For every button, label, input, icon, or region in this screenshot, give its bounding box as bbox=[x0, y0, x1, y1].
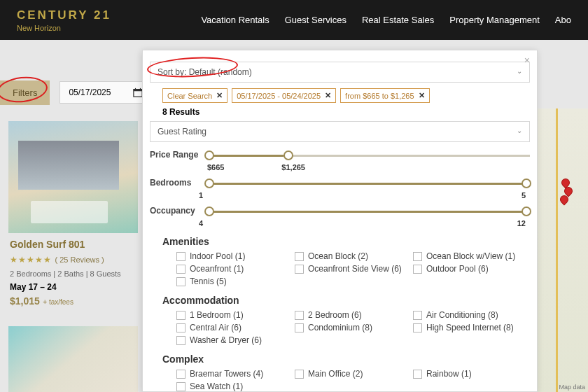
amenity-option[interactable]: Oceanfront Side View (6) bbox=[295, 264, 406, 274]
nav-real-estate-sales[interactable]: Real Estate Sales bbox=[362, 15, 434, 25]
bedrooms-min-value: 1 bbox=[199, 191, 203, 200]
price-max-value: $1,265 bbox=[281, 163, 305, 172]
occupancy-max-handle[interactable] bbox=[522, 206, 531, 216]
checkbox-icon[interactable] bbox=[413, 323, 422, 332]
checkbox-icon[interactable] bbox=[176, 336, 186, 345]
guest-rating-dropdown[interactable]: Guest Rating ⌄ bbox=[150, 121, 530, 142]
brand: CENTURY 21 New Horizon bbox=[17, 8, 111, 32]
checkbox-icon[interactable] bbox=[295, 370, 304, 379]
bedrooms-max-handle[interactable] bbox=[522, 178, 531, 188]
amenities-grid: Indoor Pool (1) Ocean Block (2) Ocean Bl… bbox=[176, 251, 524, 286]
chevron-down-icon: ⌄ bbox=[517, 127, 522, 136]
complex-option[interactable]: Rainbow (1) bbox=[413, 369, 524, 379]
chip-price-range[interactable]: from $665 to $1,265✕ bbox=[340, 88, 429, 103]
checkbox-icon[interactable] bbox=[176, 370, 186, 379]
amenity-option[interactable]: Outdoor Pool (6) bbox=[413, 264, 524, 274]
close-icon[interactable]: × bbox=[524, 55, 530, 66]
occupancy-max-value: 12 bbox=[517, 219, 526, 227]
amenity-option[interactable]: Tennis (5) bbox=[176, 276, 288, 286]
main-nav: Vacation Rentals Guest Services Real Est… bbox=[201, 15, 571, 25]
brand-main: CENTURY 21 bbox=[17, 8, 111, 22]
accommodation-option[interactable]: Washer & Dryer (6) bbox=[176, 335, 288, 345]
occupancy-min-handle[interactable] bbox=[204, 206, 214, 216]
checkbox-icon[interactable] bbox=[295, 311, 304, 320]
nav-guest-services[interactable]: Guest Services bbox=[285, 15, 346, 25]
checkbox-icon[interactable] bbox=[295, 265, 304, 274]
checkbox-icon[interactable] bbox=[176, 382, 186, 391]
bedrooms-max-value: 5 bbox=[522, 191, 526, 200]
results-count: 8 Results bbox=[162, 107, 537, 117]
accommodation-grid: 1 Bedroom (1) 2 Bedroom (6) Air Conditio… bbox=[176, 310, 524, 345]
amenity-option[interactable]: Ocean Block w/View (1) bbox=[413, 251, 524, 261]
complex-option[interactable]: Sea Watch (1) bbox=[176, 382, 288, 391]
complex-option[interactable]: Braemar Towers (4) bbox=[176, 369, 288, 379]
accommodation-option[interactable]: Air Conditioning (8) bbox=[413, 310, 524, 320]
checkbox-icon[interactable] bbox=[176, 265, 186, 274]
checkbox-icon[interactable] bbox=[413, 265, 422, 274]
guest-rating-label: Guest Rating bbox=[158, 127, 206, 136]
bedrooms-slider: Bedrooms 1 5 bbox=[150, 177, 530, 200]
chip-remove-icon[interactable]: ✕ bbox=[419, 91, 425, 100]
checkbox-icon[interactable] bbox=[295, 252, 304, 261]
accommodation-option[interactable]: Condominium (8) bbox=[295, 323, 406, 332]
chip-date-range[interactable]: 05/17/2025 - 05/24/2025✕ bbox=[232, 88, 336, 103]
amenity-option[interactable]: Indoor Pool (1) bbox=[176, 251, 288, 261]
accommodation-option[interactable]: Central Air (6) bbox=[176, 323, 288, 332]
brand-sub: New Horizon bbox=[17, 24, 111, 32]
occupancy-min-value: 4 bbox=[199, 219, 203, 227]
bedrooms-label: Bedrooms bbox=[150, 178, 200, 188]
chevron-down-icon: ⌄ bbox=[517, 67, 522, 77]
nav-property-management[interactable]: Property Management bbox=[449, 15, 540, 25]
filter-chips: Clear Search✕ 05/17/2025 - 05/24/2025✕ f… bbox=[162, 88, 530, 103]
amenity-option[interactable]: Ocean Block (2) bbox=[295, 251, 406, 261]
accommodation-option[interactable]: High Speed Internet (8) bbox=[413, 323, 524, 332]
bedrooms-track[interactable] bbox=[206, 177, 530, 190]
price-range-label: Price Range bbox=[150, 150, 200, 160]
price-min-value: $665 bbox=[207, 163, 224, 172]
occupancy-slider: Occupancy 4 12 bbox=[150, 205, 530, 227]
checkbox-icon[interactable] bbox=[413, 252, 422, 261]
sort-label: Sort by: Default (random) bbox=[158, 67, 252, 77]
checkbox-icon[interactable] bbox=[176, 252, 186, 261]
checkbox-icon[interactable] bbox=[413, 311, 422, 320]
checkbox-icon[interactable] bbox=[176, 311, 186, 320]
checkbox-icon[interactable] bbox=[176, 323, 186, 332]
chip-remove-icon[interactable]: ✕ bbox=[216, 91, 223, 100]
complex-heading: Complex bbox=[162, 354, 537, 365]
amenity-option[interactable]: Oceanfront (1) bbox=[176, 264, 288, 274]
nav-about[interactable]: Abo bbox=[555, 15, 571, 25]
chip-clear-search[interactable]: Clear Search✕ bbox=[162, 88, 227, 103]
occupancy-track[interactable] bbox=[206, 205, 530, 218]
header-bar: CENTURY 21 New Horizon Vacation Rentals … bbox=[0, 0, 588, 40]
sort-dropdown[interactable]: Sort by: Default (random) ⌄ bbox=[150, 62, 530, 83]
checkbox-icon[interactable] bbox=[413, 370, 422, 379]
price-range-slider: Price Range $665 $1,265 bbox=[150, 149, 530, 172]
chip-remove-icon[interactable]: ✕ bbox=[325, 91, 331, 100]
complex-grid: Braemar Towers (4) Main Office (2) Rainb… bbox=[176, 369, 524, 391]
filters-panel: × Sort by: Default (random) ⌄ Clear Sear… bbox=[142, 50, 538, 392]
accommodation-option[interactable]: 2 Bedroom (6) bbox=[295, 310, 406, 320]
checkbox-icon[interactable] bbox=[295, 323, 304, 332]
price-track[interactable] bbox=[206, 149, 530, 162]
accommodation-option[interactable]: 1 Bedroom (1) bbox=[176, 310, 288, 320]
accommodation-heading: Accommodation bbox=[162, 295, 537, 306]
complex-option[interactable]: Main Office (2) bbox=[295, 369, 406, 379]
nav-vacation-rentals[interactable]: Vacation Rentals bbox=[201, 15, 269, 25]
checkbox-icon[interactable] bbox=[176, 277, 186, 286]
price-max-handle[interactable] bbox=[284, 150, 293, 160]
bedrooms-min-handle[interactable] bbox=[204, 178, 214, 188]
price-min-handle[interactable] bbox=[204, 150, 214, 160]
occupancy-label: Occupancy bbox=[150, 206, 200, 216]
amenities-heading: Amenities bbox=[162, 236, 537, 247]
